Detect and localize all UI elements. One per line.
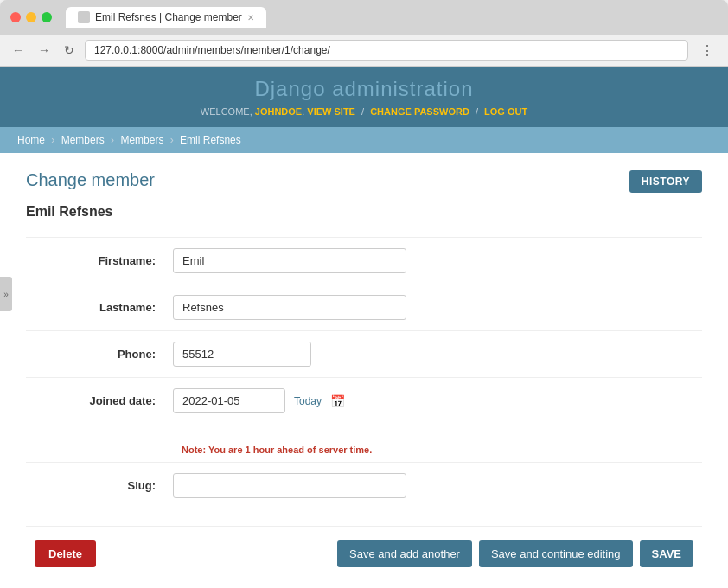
tab-favicon	[78, 11, 90, 23]
close-dot[interactable]	[10, 12, 21, 22]
forward-button[interactable]: →	[35, 42, 54, 59]
firstname-row: Firstname:	[26, 238, 702, 284]
joined-date-field: Today 📅	[164, 378, 702, 425]
breadcrumb: Home › Members › Members › Emil Refsnes	[0, 127, 728, 153]
change-password-link[interactable]: CHANGE PASSWORD	[370, 106, 469, 117]
submit-row: Delete Save and add another Save and con…	[26, 526, 702, 581]
joined-date-label: Joined date:	[26, 378, 164, 425]
phone-label: Phone:	[26, 331, 164, 378]
page-title: Change member	[26, 170, 702, 190]
breadcrumb-sep2: ›	[111, 134, 114, 146]
lastname-row: Lastname:	[26, 284, 702, 331]
browser-menu-button[interactable]: ⋮	[695, 41, 719, 61]
maximize-dot[interactable]	[42, 12, 52, 22]
history-button[interactable]: HISTORY	[629, 170, 702, 193]
object-name: Emil Refsnes	[26, 204, 702, 220]
server-time-note: Note: You are 1 hour ahead of server tim…	[26, 441, 702, 462]
slug-label: Slug:	[26, 463, 164, 509]
slug-input[interactable]	[173, 473, 406, 498]
firstname-label: Firstname:	[26, 238, 164, 284]
lastname-field	[164, 284, 702, 331]
slug-form: Slug:	[26, 462, 702, 508]
note-highlight: 1 hour	[246, 444, 275, 455]
address-bar[interactable]: 127.0.0.1:8000/admin/members/member/1/ch…	[85, 40, 688, 61]
breadcrumb-members-app[interactable]: Members	[61, 134, 105, 146]
browser-toolbar: ← → ↻ 127.0.0.1:8000/admin/members/membe…	[0, 35, 728, 67]
save-button[interactable]: SAVE	[640, 540, 693, 567]
breadcrumb-members-model[interactable]: Members	[120, 134, 163, 146]
calendar-icon[interactable]: 📅	[330, 394, 345, 408]
right-actions: Save and add another Save and continue e…	[337, 540, 693, 567]
breadcrumb-home[interactable]: Home	[17, 134, 45, 146]
content-area: Change member HISTORY Emil Refsnes First…	[0, 153, 728, 588]
save-and-continue-button[interactable]: Save and continue editing	[479, 540, 633, 567]
lastname-input[interactable]	[173, 295, 406, 320]
django-admin-page: Django administration WELCOME, JOHNDOE. …	[0, 67, 728, 588]
breadcrumb-sep3: ›	[170, 134, 174, 146]
today-link[interactable]: Today	[294, 395, 322, 407]
phone-input[interactable]	[173, 342, 311, 367]
note-text-start: Note: You are	[182, 444, 246, 455]
admin-site-title: Django administration	[17, 77, 711, 101]
log-out-link[interactable]: LOG OUT	[484, 106, 527, 117]
reload-button[interactable]: ↻	[61, 42, 78, 59]
firstname-field	[164, 238, 702, 284]
change-form: Firstname: Lastname: Phone:	[26, 237, 702, 424]
phone-row: Phone:	[26, 331, 702, 378]
browser-titlebar: Emil Refsnes | Change member ✕	[0, 0, 728, 35]
browser-dots	[10, 12, 52, 22]
slug-field	[164, 463, 702, 509]
admin-header-nav: WELCOME, JOHNDOE. VIEW SITE / CHANGE PAS…	[17, 106, 711, 117]
lastname-label: Lastname:	[26, 284, 164, 331]
joined-date-row: Joined date: Today 📅	[26, 378, 702, 425]
welcome-text: WELCOME,	[201, 106, 252, 117]
tab-title: Emil Refsnes | Change member	[95, 11, 242, 23]
back-button[interactable]: ←	[9, 42, 28, 59]
minimize-dot[interactable]	[26, 12, 36, 22]
phone-field	[164, 331, 702, 378]
save-and-add-button[interactable]: Save and add another	[337, 540, 472, 567]
delete-button[interactable]: Delete	[35, 540, 96, 567]
slug-row: Slug:	[26, 463, 702, 509]
view-site-link[interactable]: VIEW SITE	[307, 106, 355, 117]
sidebar-handle[interactable]: »	[0, 277, 12, 311]
browser-tab[interactable]: Emil Refsnes | Change member ✕	[66, 7, 266, 28]
firstname-input[interactable]	[173, 248, 406, 273]
tab-close-icon[interactable]: ✕	[247, 13, 254, 22]
breadcrumb-current: Emil Refsnes	[180, 134, 241, 146]
date-row: Today 📅	[173, 388, 693, 413]
breadcrumb-sep1: ›	[51, 134, 54, 146]
username-link[interactable]: JOHNDOE	[255, 106, 302, 117]
browser-window: Emil Refsnes | Change member ✕ ← → ↻ 127…	[0, 0, 728, 588]
joined-date-input[interactable]	[173, 388, 285, 413]
admin-header: Django administration WELCOME, JOHNDOE. …	[0, 67, 728, 127]
note-text-end: ahead of server time.	[274, 444, 372, 455]
